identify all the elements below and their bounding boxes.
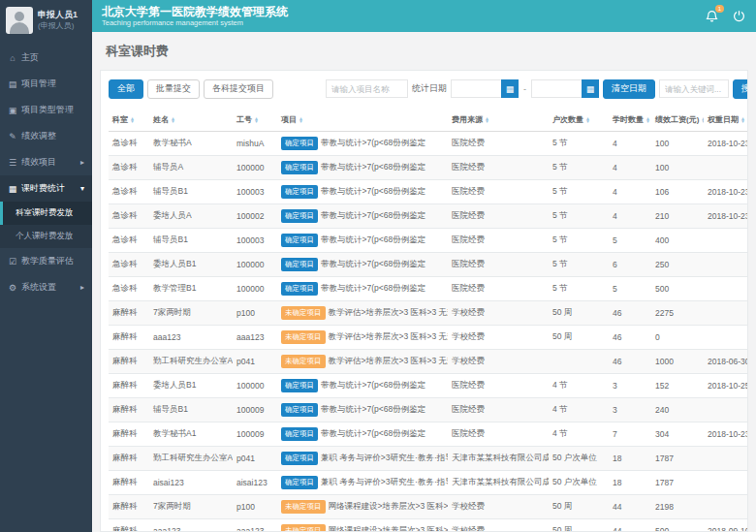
search-button[interactable]: 搜索 bbox=[733, 79, 748, 99]
column-header[interactable]: 项目▲▼ bbox=[277, 109, 448, 132]
cell-hours: 4 bbox=[609, 155, 651, 179]
chevron-right-icon: ▸ bbox=[80, 158, 84, 167]
date-to-input[interactable] bbox=[531, 79, 582, 98]
cell-fee-source: 天津市某某科技有限公司成果项目 bbox=[448, 446, 549, 470]
table-row: 麻醉科 辅导员B1 100009 确定项目带教与统计>7(p<68份例鉴定 医院… bbox=[109, 397, 748, 422]
project-desc: 网络课程建设>培养层次>3 医科>3 学员 bbox=[329, 525, 449, 532]
column-header[interactable]: 费用来源▲▼ bbox=[448, 109, 549, 132]
user-panel[interactable]: 申报人员1 (申报人员) bbox=[0, 0, 92, 41]
cell-fee-source: 医院经费 bbox=[448, 155, 549, 179]
table-body: 急诊科 教学秘书A mishuA 确定项目带教与统计>7(p<68份例鉴定 医院… bbox=[109, 131, 748, 532]
sidebar-item-project-type-mgmt[interactable]: ▣ 项目类型管理 bbox=[0, 97, 92, 123]
project-desc: 带教与统计>7(p<68份例鉴定 bbox=[321, 210, 425, 220]
calendar-icon[interactable]: ▦ bbox=[582, 79, 599, 98]
app-subtitle: Teaching performance management system bbox=[102, 18, 288, 27]
batch-submit-button[interactable]: 批量提交 bbox=[147, 79, 200, 99]
cell-project: 未确定项目教学评估>培养层次>3 医科>3 无规培人 bbox=[277, 349, 448, 373]
project-status-badge[interactable]: 确定项目 bbox=[281, 185, 318, 199]
sidebar-item-system-settings[interactable]: ⚙ 系统设置 ▸ bbox=[0, 274, 92, 300]
cell-salary: 100 bbox=[651, 131, 704, 155]
calendar-icon[interactable]: ▦ bbox=[501, 79, 519, 98]
sidebar-item-project-mgmt[interactable]: ▤ 项目管理 bbox=[0, 71, 92, 97]
project-status-badge[interactable]: 未确定项目 bbox=[281, 306, 326, 320]
project-status-badge[interactable]: 确定项目 bbox=[281, 427, 318, 441]
clear-date-button[interactable]: 清空日期 bbox=[603, 79, 655, 99]
filter-all-button[interactable]: 全部 bbox=[109, 79, 143, 99]
table-row: 急诊科 委培人员B1 100000 确定项目带教与统计>7(p<68份例鉴定 医… bbox=[109, 252, 748, 276]
cell-units bbox=[549, 349, 609, 373]
project-desc: 带教与统计>7(p<68份例鉴定 bbox=[321, 235, 425, 244]
notification-bell-icon[interactable]: 1 bbox=[704, 9, 719, 24]
project-desc: 兼职 考务与评价>3研究生·教务·指导 bbox=[321, 477, 448, 486]
sidebar-item-home[interactable]: ⌂ 主页 bbox=[0, 45, 92, 71]
project-status-badge[interactable]: 未确定项目 bbox=[281, 355, 326, 368]
cell-date bbox=[704, 155, 748, 179]
column-header[interactable]: 工号▲▼ bbox=[233, 109, 277, 132]
cell-units: 5 节 bbox=[549, 276, 609, 300]
project-status-badge[interactable]: 确定项目 bbox=[281, 403, 318, 417]
table-row: 急诊科 辅导员B1 100003 确定项目带教与统计>7(p<68份例鉴定 医院… bbox=[109, 179, 748, 203]
sidebar-item-performance-project[interactable]: ☰ 绩效项目 ▸ bbox=[0, 149, 92, 175]
cell-name: aaa123 bbox=[149, 325, 233, 349]
sidebar-item-label: 课时费统计 bbox=[21, 182, 65, 195]
cell-date: 2018-10-23 00:00:00 bbox=[704, 422, 748, 446]
cell-fee-source: 医院经费 bbox=[448, 397, 549, 422]
dept-submit-button[interactable]: 各科提交项目 bbox=[204, 79, 273, 99]
project-status-badge[interactable]: 确定项目 bbox=[281, 476, 318, 489]
app-title: 北京大学第一医院教学绩效管理系统 bbox=[102, 5, 288, 18]
column-header[interactable]: 姓名▲▼ bbox=[149, 109, 233, 132]
cell-dept: 急诊科 bbox=[109, 179, 149, 203]
cell-hours: 5 bbox=[609, 228, 651, 252]
column-header[interactable]: 户次数量▲▼ bbox=[549, 109, 609, 132]
project-desc: 带教与统计>7(p<68份例鉴定 bbox=[321, 283, 425, 293]
cell-salary: 106 bbox=[651, 179, 704, 203]
cell-salary: 304 bbox=[651, 422, 704, 446]
column-header[interactable]: 权重日期▲▼ bbox=[704, 109, 748, 132]
cell-dept: 麻醉科 bbox=[109, 422, 149, 446]
cell-dept: 麻醉科 bbox=[109, 470, 149, 494]
cell-hours: 18 bbox=[609, 446, 651, 470]
table-row: 麻醉科 7家两时期 p100 未确定项目教学评估>培养层次>3 医科>3 无规培… bbox=[109, 300, 748, 325]
project-status-badge[interactable]: 确定项目 bbox=[281, 209, 318, 223]
sidebar-subitem-personal-class-fee[interactable]: 个人课时费发放 bbox=[0, 225, 92, 248]
cell-date: 2018-06-30 00:00:00 bbox=[704, 349, 748, 373]
sidebar-item-label: 教学质量评估 bbox=[21, 255, 74, 267]
cell-hours: 46 bbox=[609, 325, 651, 349]
column-header[interactable]: 绩效工资(元)▲▼ bbox=[651, 109, 704, 132]
sidebar-subitem-dept-class-fee[interactable]: 科室课时费发放 bbox=[0, 202, 92, 225]
project-status-badge[interactable]: 确定项目 bbox=[281, 161, 318, 174]
project-status-badge[interactable]: 确定项目 bbox=[281, 379, 318, 392]
cell-name: 7家两时期 bbox=[149, 300, 233, 325]
project-status-badge[interactable]: 确定项目 bbox=[281, 282, 318, 296]
project-name-input[interactable] bbox=[326, 79, 408, 98]
cell-units: 4 节 bbox=[549, 373, 609, 397]
cell-dept: 麻醉科 bbox=[109, 300, 149, 325]
cell-employee-id: p041 bbox=[233, 349, 277, 373]
cell-name: 教学秘书A bbox=[149, 131, 233, 155]
project-status-badge[interactable]: 确定项目 bbox=[281, 234, 318, 247]
project-status-badge[interactable]: 未确定项目 bbox=[281, 330, 326, 344]
edit-icon: ✎ bbox=[8, 132, 17, 141]
project-desc: 网络课程建设>培养层次>3 医科>3 学员 bbox=[329, 501, 449, 511]
sidebar-item-teaching-quality[interactable]: ☑ 教学质量评估 bbox=[0, 248, 92, 274]
project-status-badge[interactable]: 未确定项目 bbox=[281, 524, 326, 532]
cell-employee-id: 100002 bbox=[233, 203, 277, 228]
project-status-badge[interactable]: 未确定项目 bbox=[281, 500, 326, 514]
cell-employee-id: aaa123 bbox=[233, 518, 277, 532]
project-status-badge[interactable]: 确定项目 bbox=[281, 258, 318, 271]
sidebar-item-performance-adjust[interactable]: ✎ 绩效调整 bbox=[0, 123, 92, 149]
cell-fee-source: 医院经费 bbox=[448, 422, 549, 446]
topbar: 北京大学第一医院教学绩效管理系统 Teaching performance ma… bbox=[92, 0, 756, 32]
column-header[interactable]: 科室▲▼ bbox=[109, 109, 149, 132]
project-desc: 兼职 考务与评价>3研究生·教务·指导 bbox=[321, 453, 448, 462]
cell-fee-source: 学校经费 bbox=[448, 325, 549, 349]
project-status-badge[interactable]: 确定项目 bbox=[281, 137, 318, 150]
column-header[interactable]: 学时数量▲▼ bbox=[609, 109, 651, 132]
date-from-input[interactable] bbox=[451, 79, 501, 98]
cell-dept: 急诊科 bbox=[109, 276, 149, 300]
sidebar-item-class-fee-stats[interactable]: ▦ 课时费统计 ▾ bbox=[0, 175, 92, 202]
keyword-input[interactable] bbox=[659, 79, 729, 98]
logout-icon[interactable] bbox=[731, 9, 746, 24]
project-status-badge[interactable]: 确定项目 bbox=[281, 452, 318, 465]
page-title: 科室课时费 bbox=[92, 32, 756, 70]
